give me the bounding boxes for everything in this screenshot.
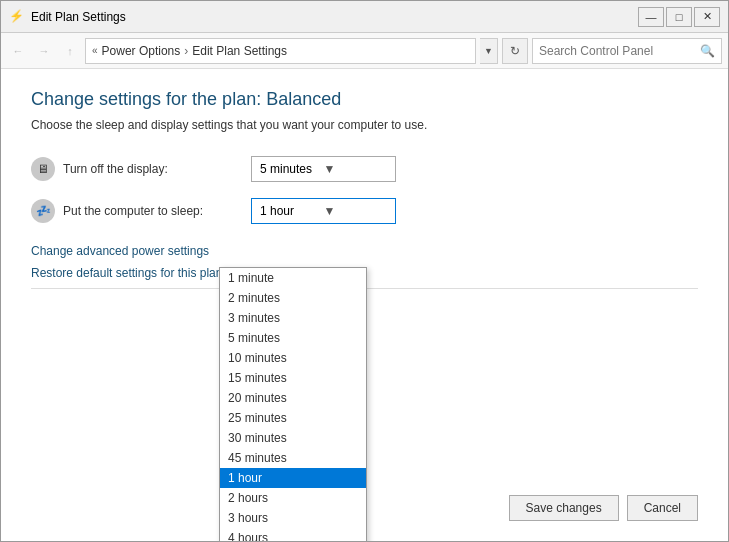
sleep-value: 1 hour (260, 204, 324, 218)
option-4-hours[interactable]: 4 hours (220, 528, 366, 541)
option-2-hours[interactable]: 2 hours (220, 488, 366, 508)
display-label-text: Turn off the display: (63, 162, 168, 176)
search-input[interactable] (539, 44, 700, 58)
display-dropdown[interactable]: 5 minutes ▼ (251, 156, 396, 182)
title-bar: ⚡ Edit Plan Settings — □ ✕ (1, 1, 728, 33)
window-title: Edit Plan Settings (31, 10, 638, 24)
sleep-dropdown-arrow: ▼ (324, 204, 388, 218)
breadcrumb-separator: › (184, 44, 188, 58)
breadcrumb-power-options[interactable]: Power Options (102, 44, 181, 58)
advanced-settings-link[interactable]: Change advanced power settings (31, 244, 698, 258)
option-3-hours[interactable]: 3 hours (220, 508, 366, 528)
option-25-minutes[interactable]: 25 minutes (220, 408, 366, 428)
refresh-button[interactable]: ↻ (502, 38, 528, 64)
sleep-setting-row: 💤 Put the computer to sleep: 1 hour ▼ (31, 198, 698, 224)
option-45-minutes[interactable]: 45 minutes (220, 448, 366, 468)
up-button[interactable]: ↑ (59, 40, 81, 62)
display-setting-row: 🖥 Turn off the display: 5 minutes ▼ (31, 156, 698, 182)
option-3-minutes[interactable]: 3 minutes (220, 308, 366, 328)
window-icon: ⚡ (9, 9, 25, 25)
sleep-icon: 💤 (31, 199, 55, 223)
display-value: 5 minutes (260, 162, 324, 176)
search-icon: 🔍 (700, 44, 715, 58)
sleep-label: 💤 Put the computer to sleep: (31, 199, 251, 223)
option-1-hour[interactable]: 1 hour (220, 468, 366, 488)
cancel-button[interactable]: Cancel (627, 495, 698, 521)
option-15-minutes[interactable]: 15 minutes (220, 368, 366, 388)
sleep-dropdown[interactable]: 1 hour ▼ (251, 198, 396, 224)
save-button[interactable]: Save changes (509, 495, 619, 521)
display-label: 🖥 Turn off the display: (31, 157, 251, 181)
address-dropdown-button[interactable]: ▼ (480, 38, 498, 64)
breadcrumb-edit-plan[interactable]: Edit Plan Settings (192, 44, 287, 58)
back-button[interactable]: ← (7, 40, 29, 62)
content-area: Change settings for the plan: Balanced C… (1, 69, 728, 541)
close-button[interactable]: ✕ (694, 7, 720, 27)
page-subtitle: Choose the sleep and display settings th… (31, 118, 698, 132)
sleep-label-text: Put the computer to sleep: (63, 204, 203, 218)
page-title: Change settings for the plan: Balanced (31, 89, 698, 110)
main-window: ⚡ Edit Plan Settings — □ ✕ ← → ↑ « Power… (0, 0, 729, 542)
breadcrumb-double-arrow: « (92, 45, 98, 56)
display-icon: 🖥 (31, 157, 55, 181)
option-10-minutes[interactable]: 10 minutes (220, 348, 366, 368)
sleep-dropdown-overlay: 1 minute 2 minutes 3 minutes 5 minutes 1… (219, 267, 367, 541)
minimize-button[interactable]: — (638, 7, 664, 27)
option-30-minutes[interactable]: 30 minutes (220, 428, 366, 448)
search-box: 🔍 (532, 38, 722, 64)
option-2-minutes[interactable]: 2 minutes (220, 288, 366, 308)
title-controls: — □ ✕ (638, 7, 720, 27)
maximize-button[interactable]: □ (666, 7, 692, 27)
option-5-minutes[interactable]: 5 minutes (220, 328, 366, 348)
display-dropdown-arrow: ▼ (324, 162, 388, 176)
option-20-minutes[interactable]: 20 minutes (220, 388, 366, 408)
footer-buttons: Save changes Cancel (509, 495, 698, 521)
breadcrumb: « Power Options › Edit Plan Settings (85, 38, 476, 64)
address-bar: ← → ↑ « Power Options › Edit Plan Settin… (1, 33, 728, 69)
option-1-minute[interactable]: 1 minute (220, 268, 366, 288)
forward-button[interactable]: → (33, 40, 55, 62)
